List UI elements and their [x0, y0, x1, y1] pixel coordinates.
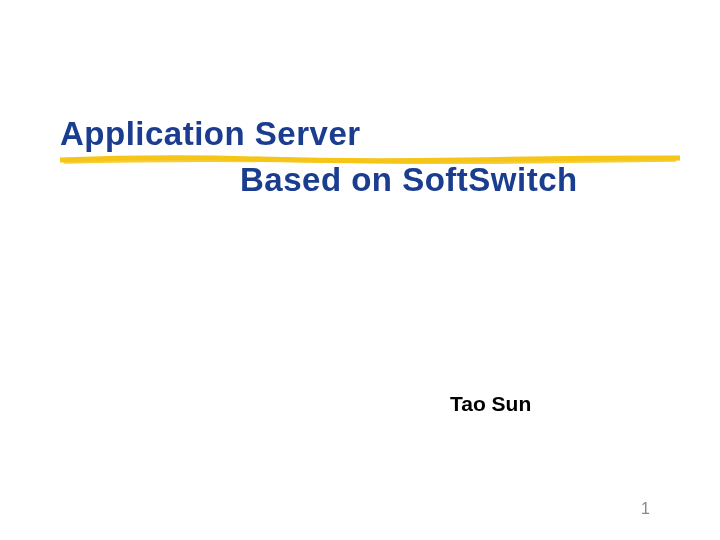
title-line-1: Application Server [60, 115, 680, 153]
title-block: Application Server Based on SoftSwitch [60, 115, 680, 199]
page-number: 1 [641, 500, 650, 518]
author-name: Tao Sun [450, 392, 531, 416]
title-line-2: Based on SoftSwitch [240, 161, 680, 199]
slide-container: Application Server Based on SoftSwitch T… [0, 0, 720, 540]
